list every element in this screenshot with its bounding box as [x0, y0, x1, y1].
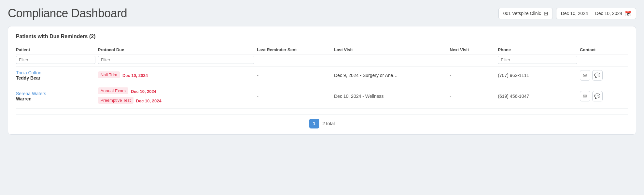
email-button[interactable]: ✉	[580, 70, 590, 81]
protocol-row: Nail Trim Dec 10, 2024	[98, 71, 255, 80]
protocol-row: Annual Exam Dec 10, 2024	[98, 87, 255, 96]
next-visit-cell: -	[450, 84, 498, 109]
protocol-row: Preemptive Test Dec 10, 2024	[98, 97, 255, 105]
protocol-badge: Nail Trim	[98, 71, 120, 78]
phone-value: (619) 456-1047	[498, 94, 529, 99]
col-header-nextvisit: Next Visit	[450, 45, 498, 54]
patient-cell: Serena Waters Warren	[16, 84, 98, 109]
calendar-grid-icon: ⊞	[544, 10, 548, 17]
protocol-badge: Preemptive Test	[98, 97, 133, 104]
protocol-cell: Annual Exam Dec 10, 2024 Preemptive Test…	[98, 84, 257, 109]
table-filter-row	[16, 54, 628, 67]
table-row: Serena Waters Warren Annual Exam Dec 10,…	[16, 84, 628, 109]
phone-value: (707) 962-1111	[498, 73, 529, 78]
patient-owner-name: Tricia Colton	[16, 70, 95, 75]
clinic-selector[interactable]: 001 Vetspire Clinic ⊞	[498, 8, 553, 19]
protocol-cell: Nail Trim Dec 10, 2024	[98, 67, 257, 84]
col-header-reminder: Last Reminder Sent	[257, 45, 334, 54]
patient-pet-name: Warren	[16, 96, 95, 101]
next-visit-value: -	[450, 94, 451, 99]
page-title: Compliance Dashboard	[8, 7, 127, 20]
last-reminder-cell: -	[257, 67, 334, 84]
card-title: Patients with Due Reminders (2)	[16, 34, 628, 39]
patient-filter-input[interactable]	[16, 56, 95, 64]
protocol-due-date: Dec 10, 2024	[122, 73, 148, 78]
next-visit-cell: -	[450, 67, 498, 84]
page-1-button[interactable]: 1	[309, 119, 319, 128]
col-header-phone: Phone	[498, 45, 580, 54]
col-header-patient: Patient	[16, 45, 98, 54]
date-range-label: Dec 10, 2024 — Dec 10, 2024	[561, 11, 622, 16]
contact-actions: ✉ 💬	[580, 91, 625, 101]
header-controls: 001 Vetspire Clinic ⊞ Dec 10, 2024 — Dec…	[498, 8, 636, 19]
patient-owner-name: Serena Waters	[16, 91, 95, 96]
main-card: Patients with Due Reminders (2) Patient …	[8, 26, 636, 135]
compliance-table: Patient Protocol Due Last Reminder Sent …	[16, 45, 628, 109]
date-range-selector[interactable]: Dec 10, 2024 — Dec 10, 2024 📅	[556, 8, 636, 19]
col-header-contact: Contact	[580, 45, 628, 54]
last-visit-value: Dec 9, 2024 - Surgery or Ane…	[334, 73, 398, 78]
last-visit-cell: Dec 9, 2024 - Surgery or Ane…	[334, 67, 450, 84]
contact-actions: ✉ 💬	[580, 70, 625, 81]
last-reminder-value: -	[257, 94, 259, 99]
protocol-due-date: Dec 10, 2024	[136, 98, 161, 103]
next-visit-value: -	[450, 73, 451, 78]
calendar-icon: 📅	[625, 10, 631, 17]
phone-cell: (619) 456-1047	[498, 84, 580, 109]
table-row: Tricia Colton Teddy Bear Nail Trim Dec 1…	[16, 67, 628, 84]
contact-cell: ✉ 💬	[580, 67, 628, 84]
phone-cell: (707) 962-1111	[498, 67, 580, 84]
col-header-lastvisit: Last Visit	[334, 45, 450, 54]
clinic-label: 001 Vetspire Clinic	[503, 11, 541, 16]
protocol-due-date: Dec 10, 2024	[131, 89, 156, 94]
email-button[interactable]: ✉	[580, 91, 590, 101]
patient-pet-name: Teddy Bear	[16, 75, 95, 81]
sms-button[interactable]: 💬	[592, 70, 603, 81]
protocol-badge: Annual Exam	[98, 87, 128, 94]
patient-cell: Tricia Colton Teddy Bear	[16, 67, 98, 84]
total-label: 2 total	[322, 121, 335, 126]
sms-button[interactable]: 💬	[592, 91, 603, 101]
last-visit-value: Dec 10, 2024 - Wellness	[334, 94, 384, 99]
last-reminder-cell: -	[257, 84, 334, 109]
table-header-row: Patient Protocol Due Last Reminder Sent …	[16, 45, 628, 54]
phone-filter-input[interactable]	[498, 56, 577, 64]
contact-cell: ✉ 💬	[580, 84, 628, 109]
col-header-protocol: Protocol Due	[98, 45, 257, 54]
last-reminder-value: -	[257, 73, 259, 78]
pagination-bar: 1 2 total	[16, 114, 628, 128]
last-visit-cell: Dec 10, 2024 - Wellness	[334, 84, 450, 109]
protocol-filter-input[interactable]	[98, 56, 255, 64]
